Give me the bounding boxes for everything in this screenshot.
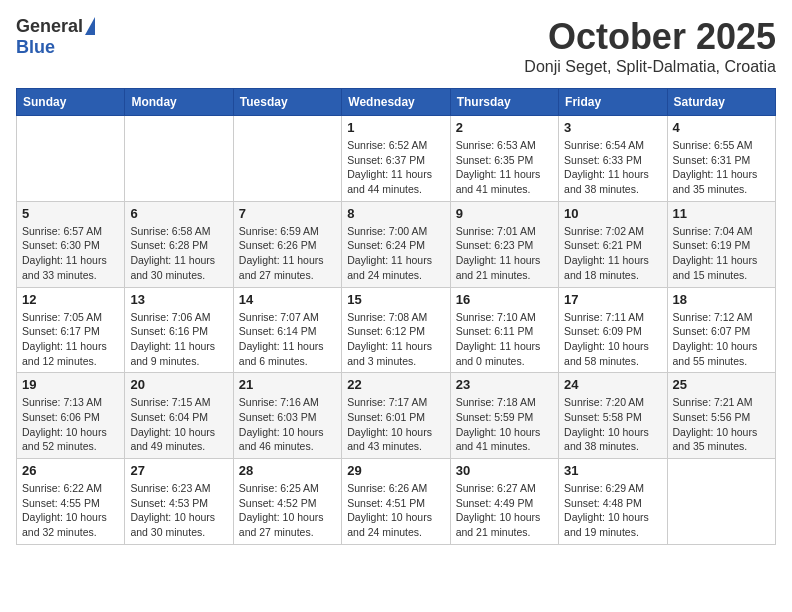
day-number: 2 [456,120,553,135]
day-info: Sunrise: 7:18 AM Sunset: 5:59 PM Dayligh… [456,395,553,454]
calendar-cell: 6Sunrise: 6:58 AM Sunset: 6:28 PM Daylig… [125,201,233,287]
day-info: Sunrise: 7:08 AM Sunset: 6:12 PM Dayligh… [347,310,444,369]
day-number: 25 [673,377,770,392]
calendar-cell: 19Sunrise: 7:13 AM Sunset: 6:06 PM Dayli… [17,373,125,459]
calendar-cell: 11Sunrise: 7:04 AM Sunset: 6:19 PM Dayli… [667,201,775,287]
day-info: Sunrise: 7:16 AM Sunset: 6:03 PM Dayligh… [239,395,336,454]
day-info: Sunrise: 6:54 AM Sunset: 6:33 PM Dayligh… [564,138,661,197]
day-info: Sunrise: 7:06 AM Sunset: 6:16 PM Dayligh… [130,310,227,369]
calendar-cell: 8Sunrise: 7:00 AM Sunset: 6:24 PM Daylig… [342,201,450,287]
day-number: 28 [239,463,336,478]
title-block: October 2025 Donji Seget, Split-Dalmatia… [524,16,776,76]
calendar-cell: 4Sunrise: 6:55 AM Sunset: 6:31 PM Daylig… [667,116,775,202]
calendar-cell: 15Sunrise: 7:08 AM Sunset: 6:12 PM Dayli… [342,287,450,373]
day-info: Sunrise: 7:17 AM Sunset: 6:01 PM Dayligh… [347,395,444,454]
day-info: Sunrise: 6:25 AM Sunset: 4:52 PM Dayligh… [239,481,336,540]
day-number: 27 [130,463,227,478]
calendar-cell: 23Sunrise: 7:18 AM Sunset: 5:59 PM Dayli… [450,373,558,459]
day-info: Sunrise: 6:26 AM Sunset: 4:51 PM Dayligh… [347,481,444,540]
day-number: 12 [22,292,119,307]
day-number: 19 [22,377,119,392]
logo: General Blue [16,16,95,58]
calendar-week-row: 26Sunrise: 6:22 AM Sunset: 4:55 PM Dayli… [17,459,776,545]
day-number: 21 [239,377,336,392]
calendar-cell [667,459,775,545]
calendar-cell: 26Sunrise: 6:22 AM Sunset: 4:55 PM Dayli… [17,459,125,545]
day-number: 15 [347,292,444,307]
calendar-week-row: 1Sunrise: 6:52 AM Sunset: 6:37 PM Daylig… [17,116,776,202]
day-info: Sunrise: 7:11 AM Sunset: 6:09 PM Dayligh… [564,310,661,369]
calendar-cell: 31Sunrise: 6:29 AM Sunset: 4:48 PM Dayli… [559,459,667,545]
calendar-cell [17,116,125,202]
calendar-cell: 22Sunrise: 7:17 AM Sunset: 6:01 PM Dayli… [342,373,450,459]
day-number: 22 [347,377,444,392]
calendar-cell: 1Sunrise: 6:52 AM Sunset: 6:37 PM Daylig… [342,116,450,202]
month-title: October 2025 [524,16,776,58]
calendar-cell: 20Sunrise: 7:15 AM Sunset: 6:04 PM Dayli… [125,373,233,459]
calendar-cell: 21Sunrise: 7:16 AM Sunset: 6:03 PM Dayli… [233,373,341,459]
calendar-cell: 17Sunrise: 7:11 AM Sunset: 6:09 PM Dayli… [559,287,667,373]
calendar-cell: 16Sunrise: 7:10 AM Sunset: 6:11 PM Dayli… [450,287,558,373]
calendar-cell [125,116,233,202]
calendar-cell: 3Sunrise: 6:54 AM Sunset: 6:33 PM Daylig… [559,116,667,202]
day-info: Sunrise: 7:00 AM Sunset: 6:24 PM Dayligh… [347,224,444,283]
calendar-cell: 29Sunrise: 6:26 AM Sunset: 4:51 PM Dayli… [342,459,450,545]
day-info: Sunrise: 6:57 AM Sunset: 6:30 PM Dayligh… [22,224,119,283]
calendar-cell: 25Sunrise: 7:21 AM Sunset: 5:56 PM Dayli… [667,373,775,459]
calendar-cell: 13Sunrise: 7:06 AM Sunset: 6:16 PM Dayli… [125,287,233,373]
day-number: 3 [564,120,661,135]
day-info: Sunrise: 6:53 AM Sunset: 6:35 PM Dayligh… [456,138,553,197]
calendar-cell [233,116,341,202]
day-number: 18 [673,292,770,307]
day-info: Sunrise: 7:15 AM Sunset: 6:04 PM Dayligh… [130,395,227,454]
day-info: Sunrise: 7:21 AM Sunset: 5:56 PM Dayligh… [673,395,770,454]
weekday-header-saturday: Saturday [667,89,775,116]
weekday-header-row: SundayMondayTuesdayWednesdayThursdayFrid… [17,89,776,116]
day-number: 23 [456,377,553,392]
day-number: 14 [239,292,336,307]
day-info: Sunrise: 7:02 AM Sunset: 6:21 PM Dayligh… [564,224,661,283]
calendar-week-row: 5Sunrise: 6:57 AM Sunset: 6:30 PM Daylig… [17,201,776,287]
day-number: 31 [564,463,661,478]
day-number: 4 [673,120,770,135]
calendar-cell: 10Sunrise: 7:02 AM Sunset: 6:21 PM Dayli… [559,201,667,287]
page-header: General Blue October 2025 Donji Seget, S… [16,16,776,76]
day-info: Sunrise: 7:01 AM Sunset: 6:23 PM Dayligh… [456,224,553,283]
weekday-header-friday: Friday [559,89,667,116]
calendar-cell: 2Sunrise: 6:53 AM Sunset: 6:35 PM Daylig… [450,116,558,202]
day-info: Sunrise: 7:20 AM Sunset: 5:58 PM Dayligh… [564,395,661,454]
day-info: Sunrise: 7:07 AM Sunset: 6:14 PM Dayligh… [239,310,336,369]
calendar-cell: 24Sunrise: 7:20 AM Sunset: 5:58 PM Dayli… [559,373,667,459]
day-info: Sunrise: 7:05 AM Sunset: 6:17 PM Dayligh… [22,310,119,369]
day-info: Sunrise: 7:04 AM Sunset: 6:19 PM Dayligh… [673,224,770,283]
day-number: 17 [564,292,661,307]
day-number: 7 [239,206,336,221]
weekday-header-sunday: Sunday [17,89,125,116]
day-info: Sunrise: 6:22 AM Sunset: 4:55 PM Dayligh… [22,481,119,540]
weekday-header-monday: Monday [125,89,233,116]
day-number: 24 [564,377,661,392]
day-number: 29 [347,463,444,478]
calendar-cell: 5Sunrise: 6:57 AM Sunset: 6:30 PM Daylig… [17,201,125,287]
day-info: Sunrise: 6:27 AM Sunset: 4:49 PM Dayligh… [456,481,553,540]
calendar-cell: 9Sunrise: 7:01 AM Sunset: 6:23 PM Daylig… [450,201,558,287]
day-number: 8 [347,206,444,221]
day-number: 11 [673,206,770,221]
weekday-header-wednesday: Wednesday [342,89,450,116]
day-info: Sunrise: 6:58 AM Sunset: 6:28 PM Dayligh… [130,224,227,283]
calendar-table: SundayMondayTuesdayWednesdayThursdayFrid… [16,88,776,545]
day-number: 16 [456,292,553,307]
day-info: Sunrise: 7:10 AM Sunset: 6:11 PM Dayligh… [456,310,553,369]
calendar-cell: 12Sunrise: 7:05 AM Sunset: 6:17 PM Dayli… [17,287,125,373]
calendar-cell: 14Sunrise: 7:07 AM Sunset: 6:14 PM Dayli… [233,287,341,373]
calendar-cell: 27Sunrise: 6:23 AM Sunset: 4:53 PM Dayli… [125,459,233,545]
calendar-cell: 7Sunrise: 6:59 AM Sunset: 6:26 PM Daylig… [233,201,341,287]
logo-general-text: General [16,16,83,37]
logo-triangle-icon [85,17,95,35]
day-number: 20 [130,377,227,392]
location-title: Donji Seget, Split-Dalmatia, Croatia [524,58,776,76]
day-info: Sunrise: 6:29 AM Sunset: 4:48 PM Dayligh… [564,481,661,540]
day-info: Sunrise: 6:52 AM Sunset: 6:37 PM Dayligh… [347,138,444,197]
day-info: Sunrise: 6:59 AM Sunset: 6:26 PM Dayligh… [239,224,336,283]
logo-blue-text: Blue [16,37,55,58]
